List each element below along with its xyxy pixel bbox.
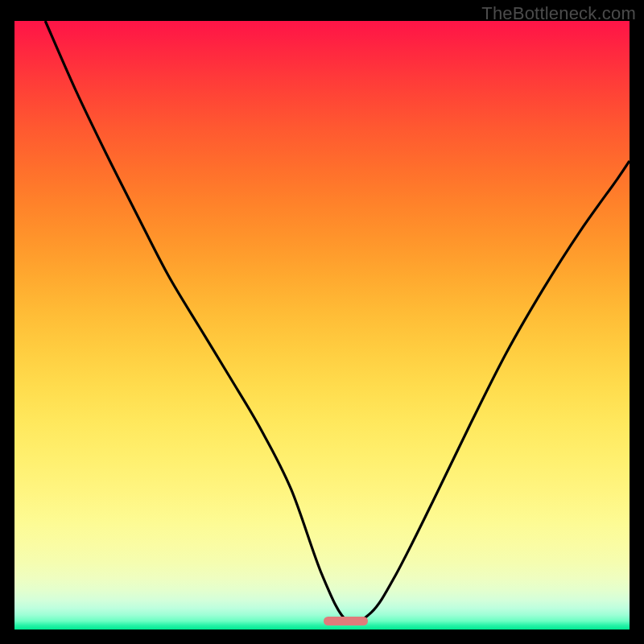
watermark-text: TheBottleneck.com [481,3,636,24]
optimal-range-marker [324,617,368,625]
plot-area [14,21,630,630]
bottleneck-curve-path [45,21,630,623]
bottleneck-curve [14,21,630,630]
chart-frame: TheBottleneck.com [0,0,644,644]
